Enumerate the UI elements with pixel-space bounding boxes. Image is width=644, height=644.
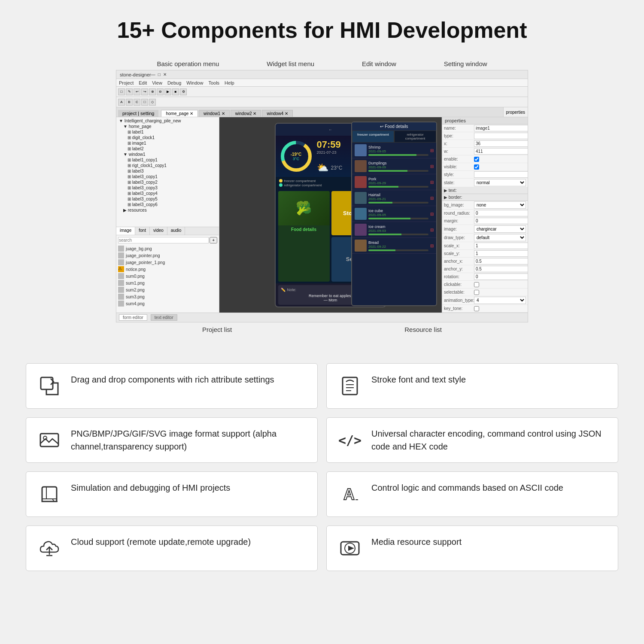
food-del-hairtail[interactable]: ⊟ [430, 196, 434, 200]
res-item-sum2[interactable]: sum2.png [118, 286, 217, 293]
tab-home-page[interactable]: home_page ✕ [161, 110, 198, 117]
prop-image-select[interactable]: chargincar [474, 225, 526, 233]
res-item-2[interactable]: juage_pointer.png [118, 252, 217, 259]
res-tab-image[interactable]: image [116, 227, 135, 235]
tree-label3-copy1[interactable]: ⊞ label3_copy1 [117, 174, 218, 179]
tree-label3-copy4[interactable]: ⊞ label3_copy4 [117, 191, 218, 196]
prop-state-select[interactable]: normal [474, 179, 526, 186]
menu-edit[interactable]: Edit [139, 80, 147, 85]
food-del-bread[interactable]: ⊟ [430, 243, 434, 248]
tab-window2[interactable]: window2 ✕ [231, 110, 261, 117]
phone-back-icon: ← [328, 128, 332, 132]
prop-x-input[interactable] [474, 140, 528, 147]
resource-search-input[interactable] [118, 237, 209, 243]
tree-label3[interactable]: ⊞ label3 [117, 168, 218, 174]
tree-image1[interactable]: ⊞ image1 [117, 140, 218, 146]
tb-btn-5[interactable]: ⊕ [149, 88, 156, 95]
bottom-tab-form[interactable]: form editor [119, 314, 147, 321]
tab-window1[interactable]: window1 ✕ [199, 110, 230, 117]
res-item-sum0[interactable]: sum0.png [118, 273, 217, 279]
food-del-icecream[interactable]: ⊟ [430, 228, 434, 232]
add-resource-button[interactable]: + [210, 237, 217, 243]
prop-bgimage-select[interactable]: none [474, 201, 526, 209]
food-item-icecream: Ice cream 2021-09-03 ⊟ [352, 222, 436, 238]
tree-label1-copy1[interactable]: ⊞ label1_copy1 [117, 157, 218, 163]
tree-label3-copy2[interactable]: ⊞ label3_copy2 [117, 179, 218, 185]
prop-radius-input[interactable] [474, 210, 528, 216]
food-details-label[interactable]: Food details [278, 225, 330, 234]
tree-digit-clock1[interactable]: ⊞ digit_clock1 [117, 135, 218, 140]
res-item-sum3[interactable]: sum3.png [118, 293, 217, 300]
menu-view[interactable]: View [152, 80, 162, 85]
prop-scaley-row: scale_y: [442, 250, 528, 258]
prop-rotation-input[interactable] [474, 273, 528, 280]
prop-anchorx-input[interactable] [474, 258, 528, 264]
prop-drawtype-select[interactable]: default [474, 234, 526, 241]
tree-label3-copy5[interactable]: ⊞ label3_copy5 [117, 196, 218, 202]
tb-btn-1[interactable]: □ [118, 88, 125, 95]
menu-debug[interactable]: Debug [167, 80, 181, 85]
prop-type-input[interactable] [474, 133, 528, 139]
menu-project[interactable]: Project [119, 80, 134, 85]
prop-keytone-checkbox[interactable] [474, 306, 479, 311]
res-tab-video[interactable]: video [150, 227, 167, 235]
res-item-1[interactable]: juage_bg.png [118, 245, 217, 252]
res-item-sum1[interactable]: sum1.png [118, 279, 217, 286]
tb-btn-2[interactable]: ✎ [126, 88, 133, 95]
prop-section-text[interactable]: ▶ text: [442, 187, 528, 194]
tb2-btn-5[interactable]: ◇ [149, 99, 156, 106]
tree-home-page[interactable]: ▼ home_page [117, 124, 218, 129]
food-del-shrimp[interactable]: ⊟ [430, 148, 434, 153]
prop-section-border[interactable]: ▶ border: [442, 194, 528, 201]
svg-rect-8 [40, 434, 58, 447]
prop-w-input[interactable] [474, 148, 528, 155]
menu-bar[interactable]: Project Edit View Debug Window Tools Hel… [116, 79, 528, 87]
prop-anchory-input[interactable] [474, 266, 528, 272]
tree-root[interactable]: ▼ Intelligent_charging_pile_new [117, 118, 218, 124]
res-item-3[interactable]: juage_pointer_1.png [118, 259, 217, 266]
prop-animtype-select[interactable]: 4 [474, 297, 526, 304]
res-item-sum4[interactable]: sum4.png [118, 300, 217, 307]
food-del-pork[interactable]: ⊟ [430, 180, 434, 185]
res-item-warn[interactable]: ⚠ notice.png [118, 266, 217, 273]
food-tab-freezer[interactable]: freezer compartment [352, 131, 394, 143]
menu-tools[interactable]: Tools [208, 80, 219, 85]
tree-label3-copy3[interactable]: ⊞ label3_copy3 [117, 185, 218, 191]
prop-margin-input[interactable] [474, 218, 528, 224]
tb2-btn-1[interactable]: A [118, 99, 125, 106]
tree-label2[interactable]: ⊞ label2 [117, 146, 218, 152]
prop-clickable-checkbox[interactable] [474, 282, 479, 287]
tree-resources[interactable]: ▶ resources [117, 207, 218, 213]
prop-selectable-checkbox[interactable] [474, 290, 479, 295]
bottom-tab-text[interactable]: text editor [151, 314, 177, 321]
prop-visible-checkbox[interactable] [474, 164, 479, 170]
res-tab-audio[interactable]: audio [167, 227, 185, 235]
tree-window1[interactable]: ▼ window1 [117, 152, 218, 157]
tree-rigt-clock[interactable]: ⊞ rigt_clock1_copy1 [117, 163, 218, 168]
tb-btn-7[interactable]: ▶ [164, 88, 171, 95]
prop-scalex-input[interactable] [474, 243, 528, 249]
tb2-btn-3[interactable]: C [134, 99, 140, 106]
tb-btn-9[interactable]: ⚙ [180, 88, 187, 95]
prop-scaley-input[interactable] [474, 250, 528, 257]
tb-btn-3[interactable]: ↩ [134, 88, 140, 95]
food-del-icecube[interactable]: ⊟ [430, 212, 434, 216]
food-tab-fridge[interactable]: refrigerator compartment [394, 131, 436, 143]
prop-enable-checkbox[interactable] [474, 157, 479, 162]
annotation-widget-list: Widget list menu [267, 60, 314, 67]
tb-btn-8[interactable]: ■ [172, 88, 179, 95]
menu-window[interactable]: Window [186, 80, 203, 85]
tb2-btn-2[interactable]: B [126, 99, 133, 106]
prop-style-input[interactable] [474, 171, 528, 178]
menu-help[interactable]: Help [225, 80, 234, 85]
food-del-dumplings[interactable]: ⊟ [430, 164, 434, 169]
res-tab-font[interactable]: font [135, 227, 150, 235]
tree-label1[interactable]: ⊞ label1 [117, 129, 218, 135]
tree-label3-copy6[interactable]: ⊞ label3_copy6 [117, 202, 218, 207]
tab-window4[interactable]: window4 ✕ [262, 110, 293, 117]
tb2-btn-4[interactable]: □ [141, 99, 148, 106]
tb-btn-4[interactable]: ↪ [141, 88, 148, 95]
tb-btn-6[interactable]: ⊖ [157, 88, 164, 95]
prop-name-input[interactable] [474, 125, 528, 131]
food-image-btn[interactable]: 🥦 Food details [278, 191, 330, 282]
